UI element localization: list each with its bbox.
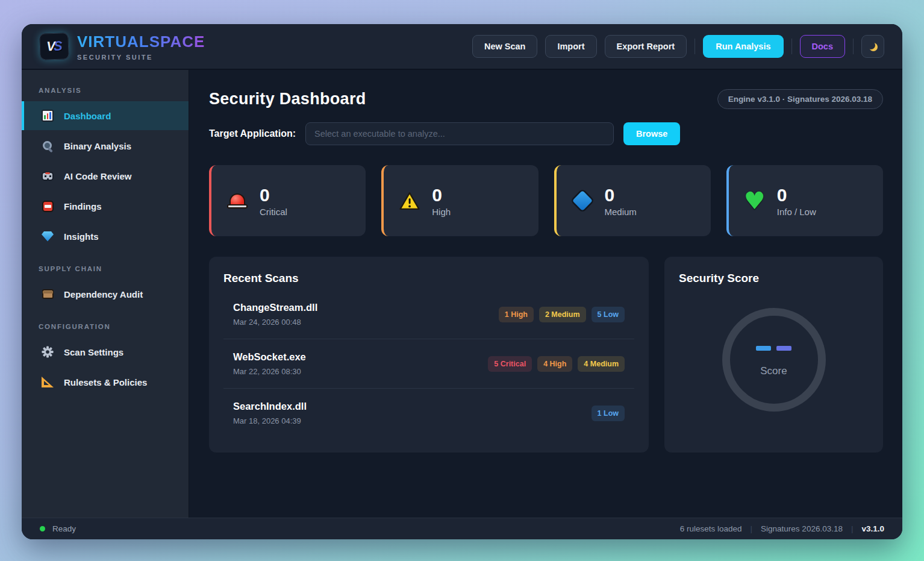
package-icon (41, 287, 54, 301)
header-divider (695, 39, 695, 54)
sidebar: ANALYSIS Dashboard Binary Analysis AI Co… (22, 70, 189, 518)
app-title: VIRTUALSPACE (77, 33, 205, 51)
magnifier-icon (41, 139, 54, 152)
app-header: VS VIRTUALSPACE SECURITY SUITE New Scan … (22, 24, 902, 70)
security-score-panel: Security Score Score (664, 257, 883, 453)
warning-triangle-icon (398, 192, 421, 210)
severity-badge-low: 5 Low (592, 307, 625, 322)
severity-badge-high: 4 High (537, 356, 572, 372)
page-title: Security Dashboard (209, 90, 366, 108)
sidebar-item-label: Findings (64, 201, 102, 212)
scan-file-name: ChangeStream.dll (233, 302, 317, 313)
gear-icon (41, 345, 54, 359)
severity-badge-critical: 5 Critical (488, 356, 532, 372)
import-button[interactable]: Import (545, 35, 596, 58)
severity-badge-medium: 2 Medium (539, 307, 586, 322)
brand-block: VIRTUALSPACE SECURITY SUITE (77, 33, 205, 61)
header-divider (853, 39, 854, 54)
security-score-title: Security Score (679, 272, 869, 285)
info-low-label: Info / Low (777, 207, 816, 217)
sidebar-section-analysis: ANALYSIS (22, 74, 189, 100)
status-bar: Ready 6 rulesets loaded | Signatures 202… (22, 518, 902, 539)
scan-file-name: SearchIndex.dll (233, 401, 307, 412)
triangular-ruler-icon (41, 375, 54, 389)
new-scan-button[interactable]: New Scan (472, 35, 538, 58)
rulesets-loaded-text: 6 rulesets loaded (680, 524, 742, 533)
sidebar-item-label: Insights (64, 231, 99, 242)
app-subtitle: SECURITY SUITE (77, 54, 205, 61)
scan-row-websocket[interactable]: WebSocket.exe Mar 22, 2026 08:30 5 Criti… (223, 339, 634, 389)
status-dot-icon (40, 526, 45, 531)
moon-icon (867, 41, 875, 49)
browse-button[interactable]: Browse (623, 122, 680, 145)
sidebar-item-label: Dashboard (64, 111, 111, 121)
scan-date: Mar 24, 2026 00:48 (233, 318, 317, 327)
green-heart-icon (743, 190, 766, 211)
medium-label: Medium (605, 207, 637, 217)
sidebar-item-label: AI Code Review (64, 171, 132, 181)
target-application-input[interactable] (305, 122, 614, 145)
run-analysis-button[interactable]: Run Analysis (703, 35, 783, 58)
severity-badge-low: 1 Low (592, 406, 625, 421)
sidebar-item-binary-analysis[interactable]: Binary Analysis (22, 131, 189, 160)
sidebar-item-rulesets-policies[interactable]: Rulesets & Policies (22, 368, 189, 396)
scan-row-searchindex[interactable]: SearchIndex.dll Mar 18, 2026 04:39 1 Low (223, 389, 634, 437)
export-report-button[interactable]: Export Report (605, 35, 687, 58)
sidebar-item-dependency-audit[interactable]: Dependency Audit (22, 280, 189, 309)
sidebar-section-supply-chain: SUPPLY CHAIN (22, 252, 189, 278)
severity-stat-cards: 0 Critical 0 High (209, 165, 883, 236)
footer-divider: | (751, 524, 753, 533)
robot-icon (41, 169, 54, 183)
severity-badge-medium: 4 Medium (578, 356, 625, 372)
sidebar-item-label: Scan Settings (64, 347, 123, 357)
high-label: High (432, 207, 451, 217)
critical-label: Critical (260, 207, 287, 217)
sidebar-item-label: Binary Analysis (64, 141, 131, 151)
target-application-label: Target Application: (209, 128, 296, 139)
signatures-text: Signatures 2026.03.18 (761, 524, 843, 533)
sidebar-item-findings[interactable]: Findings (22, 192, 189, 221)
gem-icon (41, 230, 54, 243)
scan-date: Mar 22, 2026 08:30 (233, 367, 306, 376)
bar-chart-icon (41, 109, 54, 122)
sidebar-item-scan-settings[interactable]: Scan Settings (22, 337, 189, 366)
info-low-count: 0 (777, 185, 816, 205)
header-divider (791, 39, 792, 54)
scan-file-name: WebSocket.exe (233, 351, 306, 363)
name-badge-icon (41, 199, 54, 213)
scan-date: Mar 18, 2026 04:39 (233, 416, 307, 425)
stat-card-critical: 0 Critical (209, 165, 366, 236)
sidebar-item-ai-code-review[interactable]: AI Code Review (22, 161, 189, 190)
severity-badge-high: 1 High (499, 307, 534, 322)
critical-count: 0 (260, 185, 287, 205)
sidebar-item-label: Rulesets & Policies (64, 377, 147, 387)
version-text: v3.1.0 (861, 524, 884, 533)
blue-diamond-icon (571, 190, 594, 211)
engine-version-badge: Engine v3.1.0 · Signatures 2026.03.18 (717, 89, 883, 109)
stat-card-info-low: 0 Info / Low (726, 165, 883, 236)
scan-row-changestream[interactable]: ChangeStream.dll Mar 24, 2026 00:48 1 Hi… (223, 290, 634, 339)
status-text: Ready (52, 524, 76, 533)
app-window: VS VIRTUALSPACE SECURITY SUITE New Scan … (22, 24, 902, 539)
sidebar-section-configuration: CONFIGURATION (22, 310, 189, 336)
score-caption: Score (760, 365, 787, 377)
sidebar-item-label: Dependency Audit (64, 289, 143, 299)
medium-count: 0 (605, 185, 637, 205)
stat-card-medium: 0 Medium (554, 165, 711, 236)
recent-scans-title: Recent Scans (223, 272, 634, 285)
score-ring: Score (722, 308, 826, 412)
main-content: Security Dashboard Engine v3.1.0 · Signa… (189, 70, 902, 518)
siren-icon (226, 193, 249, 208)
logo-letter-s: S (54, 39, 63, 54)
stat-card-high: 0 High (381, 165, 538, 236)
docs-button[interactable]: Docs (800, 35, 845, 58)
header-actions: New Scan Import Export Report Run Analys… (472, 35, 884, 58)
footer-divider: | (851, 524, 854, 533)
recent-scans-panel: Recent Scans ChangeStream.dll Mar 24, 20… (209, 257, 649, 453)
high-count: 0 (432, 185, 451, 205)
target-application-row: Target Application: Browse (209, 122, 883, 145)
sidebar-item-dashboard[interactable]: Dashboard (22, 101, 189, 130)
app-logo: VS (39, 33, 69, 60)
sidebar-item-insights[interactable]: Insights (22, 222, 189, 251)
theme-toggle-button[interactable] (861, 35, 884, 58)
